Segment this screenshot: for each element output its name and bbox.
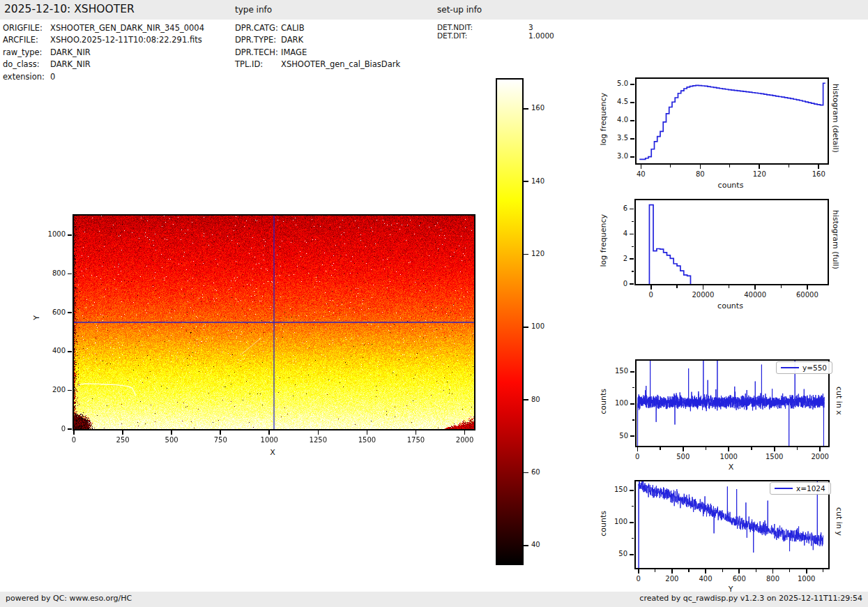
- metadata-row: DPR.TECH:IMAGE: [235, 47, 307, 57]
- y-tick: [68, 390, 72, 391]
- x-tick-label: 1750: [395, 436, 436, 444]
- x-tick-label: 1000: [786, 575, 828, 583]
- colorbar-tick: [524, 472, 528, 474]
- x-tick-label: 0: [630, 291, 672, 299]
- colorbar-tick: [524, 327, 528, 328]
- colorbar: [496, 78, 524, 565]
- x-tick-label: 60000: [786, 291, 828, 299]
- colorbar-gradient: [497, 80, 522, 564]
- x-tick: [728, 447, 729, 451]
- y-minor-tick: [632, 246, 634, 247]
- colorbar-tick-label: 120: [531, 250, 545, 257]
- y-tick: [68, 273, 72, 275]
- x-tick: [318, 430, 319, 435]
- field-label: ARCFILE:: [3, 35, 50, 45]
- y-tick: [68, 428, 72, 430]
- legend-label: x=1024: [796, 484, 825, 493]
- hist-full-series: [636, 200, 828, 284]
- x-tick: [122, 430, 123, 435]
- data-series-line: [649, 205, 690, 284]
- cut-in-x-title: cut in x: [835, 387, 844, 415]
- data-series-line: [639, 83, 825, 159]
- x-tick-label: 0: [616, 453, 658, 460]
- x-tick-label: 500: [662, 453, 704, 460]
- cut-in-x-xlabel: X: [635, 463, 827, 472]
- x-tick: [759, 165, 760, 169]
- x-tick: [683, 447, 684, 451]
- x-tick: [638, 569, 639, 574]
- x-minor-tick: [670, 165, 671, 167]
- y-tick: [630, 554, 634, 555]
- field-label: DPR.CATG:: [235, 23, 281, 33]
- x-minor-tick: [789, 569, 790, 572]
- colorbar-tick-label: 80: [531, 396, 540, 403]
- x-tick-label: 120: [738, 170, 780, 178]
- x-minor-tick: [789, 165, 789, 167]
- x-tick-label: 40: [620, 170, 662, 178]
- histogram-detail-axes: [635, 77, 829, 165]
- metadata-row: extension:0: [3, 72, 55, 82]
- y-tick: [630, 156, 634, 158]
- y-tick-label: 4.0: [586, 116, 628, 123]
- x-tick-label: 1000: [708, 453, 749, 460]
- y-tick-label: 3.0: [586, 152, 628, 160]
- field-value: XSHOO.2025-12-11T10:08:22.291.fits: [50, 35, 202, 45]
- x-minor-tick: [706, 447, 706, 450]
- y-tick-label: 3.5: [586, 134, 628, 142]
- y-tick: [630, 258, 634, 260]
- colorbar-tick-label: 100: [531, 322, 545, 330]
- field-value: DARK_NIR: [50, 59, 91, 69]
- x-tick: [73, 430, 75, 435]
- y-tick: [68, 312, 72, 313]
- y-tick-label: 800: [24, 269, 66, 277]
- y-minor-tick: [632, 387, 635, 388]
- x-tick: [220, 430, 221, 435]
- field-label: DPR.TECH:: [235, 47, 281, 57]
- x-tick-label: 1250: [297, 436, 339, 444]
- main-yaxis-label: Y: [32, 315, 41, 320]
- colorbar-tick: [524, 254, 528, 255]
- x-tick-label: 500: [151, 436, 192, 444]
- y-tick-label: 4.5: [586, 98, 628, 105]
- x-minor-tick: [660, 447, 660, 450]
- field-label: DPR.TYPE:: [235, 35, 281, 45]
- x-minor-tick: [688, 569, 689, 572]
- field-label: TPL.ID:: [235, 59, 281, 69]
- field-value: 3: [528, 23, 533, 31]
- x-tick-label: 80: [679, 170, 721, 178]
- x-tick: [700, 165, 701, 169]
- y-tick-label: 150: [586, 486, 627, 493]
- y-tick: [630, 403, 634, 405]
- x-tick: [818, 165, 819, 169]
- metadata-row: raw_type:DARK_NIR: [3, 47, 91, 57]
- field-value: DARK: [281, 35, 303, 45]
- x-tick: [807, 285, 808, 290]
- colorbar-tick: [524, 108, 528, 110]
- x-minor-tick: [722, 569, 723, 572]
- x-tick: [268, 430, 270, 435]
- x-minor-tick: [797, 447, 798, 450]
- x-tick-label: 40000: [734, 291, 776, 299]
- y-tick: [630, 102, 634, 103]
- x-tick: [367, 430, 368, 435]
- y-tick-label: 6: [586, 204, 627, 212]
- x-tick: [772, 569, 774, 574]
- y-tick-label: 5.0: [586, 80, 628, 87]
- y-tick: [630, 435, 634, 437]
- x-tick: [819, 447, 821, 451]
- y-tick-label: 2: [586, 255, 627, 262]
- y-tick: [630, 209, 634, 210]
- y-minor-tick: [632, 538, 634, 539]
- field-value: 0: [50, 72, 55, 82]
- field-label: extension:: [3, 72, 50, 82]
- qc-report-page: 2025-12-10: XSHOOTER type info set-up in…: [0, 0, 868, 607]
- y-tick-label: 200: [24, 386, 66, 394]
- x-tick-label: 0: [53, 436, 95, 444]
- y-tick-label: 50: [586, 432, 628, 440]
- x-tick-label: 20000: [682, 291, 724, 299]
- colorbar-tick-label: 40: [531, 541, 540, 548]
- y-minor-tick: [632, 506, 634, 507]
- histogram-full-axes: [634, 199, 829, 285]
- y-tick: [630, 234, 634, 235]
- x-tick: [650, 285, 652, 290]
